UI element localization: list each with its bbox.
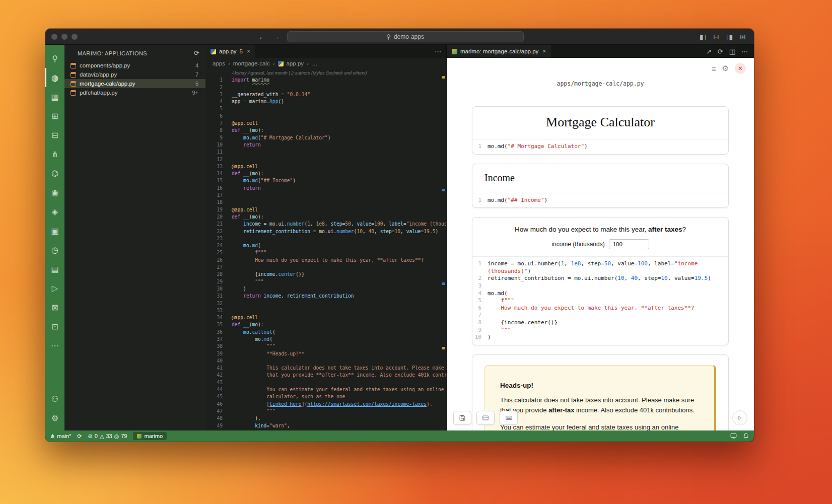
income-number-input[interactable]: 100 [609, 239, 649, 249]
layout-controls: ◧ ⊟ ◨ ⊞ [700, 33, 754, 41]
refresh-icon[interactable]: ⟳ [194, 49, 199, 57]
code-line: 30 ) [205, 285, 446, 293]
breadcrumb-separator: › [273, 60, 275, 66]
search-icon[interactable]: ⚲ [45, 49, 64, 68]
callout-title: Heads-up! [500, 382, 699, 389]
close-icon[interactable]: × [542, 48, 546, 55]
sidebar-item-components-app-py[interactable]: components/app.py4 [64, 61, 205, 70]
vscode-window: ← → ⚲ demo-apps ◧ ⊟ ◨ ⊞ ⚲◍▦⊞⊟⋔⌬◉◈▣◷▤▷⊠⊡⋯… [45, 29, 754, 442]
containers-icon[interactable]: ⊡ [45, 317, 64, 336]
account-icon[interactable]: ⚇ [45, 389, 64, 408]
code-line: 6 [205, 113, 446, 120]
open-panel-button[interactable] [476, 411, 495, 425]
command-center: ← → ⚲ demo-apps [83, 31, 700, 42]
close-icon[interactable]: × [247, 48, 250, 55]
fold-chevron-icon[interactable]: ⌄ [489, 290, 491, 298]
code-line: 19@app.cell [205, 206, 446, 213]
sync-status[interactable]: ⟳ [77, 433, 82, 440]
breadcrumb-apps[interactable]: apps [213, 60, 225, 66]
minimize-window-icon[interactable] [61, 34, 67, 40]
marimo-webview: ≡ ⚙ ✕ apps/mortgage-calc/app.py Mortgage… [447, 58, 754, 430]
split-editor-icon[interactable]: ◫ [729, 48, 735, 55]
tab-problems-badge: 5 [240, 48, 243, 54]
search-editor-icon[interactable]: ⊞ [45, 106, 64, 125]
code-line: 39 **Heads-up!** [205, 350, 446, 357]
overview-ruler-info-mark [442, 282, 445, 285]
code-line: 10) [472, 334, 723, 341]
remote-icon[interactable]: ⊠ [45, 298, 64, 317]
screen-icon [730, 433, 737, 439]
notifications-status[interactable] [743, 433, 749, 440]
screencast-status[interactable] [730, 433, 737, 440]
menu-icon[interactable]: ≡ [712, 64, 716, 73]
marimo-status[interactable]: marimo [133, 432, 167, 440]
zoom-window-icon[interactable] [72, 34, 78, 40]
github-icon[interactable]: ◉ [45, 183, 64, 202]
titlebar: ← → ⚲ demo-apps ◧ ⊟ ◨ ⊞ [45, 29, 754, 45]
more-icon[interactable]: ⋯ [45, 336, 64, 355]
warning-callout: Heads-up! This calculator does not take … [484, 365, 716, 430]
cell-count-badge: 5 [195, 81, 200, 87]
layout-icon[interactable]: ▣ [45, 221, 64, 240]
problems-status[interactable]: ⊘ 0 △ 33 ◎ 79 [88, 433, 127, 440]
sync-icon: ⟳ [77, 433, 82, 440]
cell-code[interactable]: 1income = mo.ui.number(1, 1e8, step=50, … [472, 256, 728, 345]
cell-output: How much do you expect to make this year… [472, 218, 728, 256]
breadcrumb-file[interactable]: app.py [287, 60, 304, 66]
forward-icon[interactable]: → [273, 33, 280, 41]
back-icon[interactable]: ← [259, 33, 266, 41]
gear-icon[interactable]: ⚙ [722, 64, 729, 73]
breadcrumb-folder[interactable]: mortgage-calc [233, 60, 270, 66]
open-external-icon[interactable]: ↗ [706, 48, 712, 55]
refresh-icon[interactable]: ⟳ [718, 48, 723, 55]
explorer-icon[interactable]: ▦ [45, 87, 64, 106]
keyboard-shortcuts-button[interactable] [500, 411, 518, 425]
sidebar-item-dataviz-app-py[interactable]: dataviz/app.py7 [64, 70, 205, 79]
code-line: 38 """ [205, 343, 446, 350]
cell-count-badge: 4 [195, 62, 200, 68]
code-line: 7@app.cell [205, 120, 446, 127]
code-line: 13@app.cell [205, 163, 446, 170]
marimo-app-icon [71, 72, 76, 78]
breadcrumb-more[interactable]: … [312, 60, 318, 66]
cell-code[interactable]: 1mo.md("## Income") [472, 193, 728, 208]
code-line: 44 You can estimate your federal and sta… [205, 386, 446, 393]
code-editor[interactable]: Akshay Agrawal, last month | 2 authors (… [205, 69, 446, 430]
more-actions-icon[interactable]: ⋯ [741, 48, 748, 55]
run-debug-icon[interactable]: ▷ [45, 278, 64, 298]
code-line: 42 that you provide **after-tax** income… [205, 372, 446, 379]
close-window-icon[interactable] [51, 34, 57, 40]
cell-code[interactable]: 1mo.md("# Mortgage Calculator") [472, 139, 728, 154]
customize-layout-icon[interactable]: ⊞ [740, 33, 746, 41]
code-line: 48 ), [205, 415, 446, 422]
symbols-icon[interactable]: ◈ [45, 202, 64, 221]
testing-icon[interactable]: ⌬ [45, 164, 64, 183]
timeline-icon[interactable]: ◷ [45, 240, 64, 259]
tab-marimo-preview[interactable]: marimo: mortgage-calc/app.py × [447, 45, 551, 58]
notebook-cells: Mortgage Calculator 1mo.md("# Mortgage C… [472, 106, 729, 430]
sidebar-item-mortgage-calc-app-py[interactable]: mortgage-calc/app.py5 [64, 79, 205, 88]
save-button[interactable] [453, 411, 471, 425]
run-button[interactable] [732, 410, 747, 425]
marimo-icon[interactable]: ◍ [45, 68, 64, 87]
code-line: 3__generated_with = "0.0.14" [205, 91, 446, 98]
toggle-secondary-sidebar-icon[interactable]: ◨ [726, 33, 733, 41]
code-line: 4⌄mo.md( [472, 290, 723, 298]
settings-icon[interactable]: ⚙ [45, 408, 64, 427]
sidebar-item-pdfchat-app-py[interactable]: pdfchat/app.py9+ [64, 88, 205, 97]
source-control-icon[interactable]: ⋔ [45, 145, 64, 164]
git-branch-status[interactable]: ⋔ main* [50, 433, 71, 440]
extensions-icon[interactable]: ⊟ [45, 125, 64, 145]
code-line: 24 mo.md( [205, 242, 446, 249]
code-line: 6 How much do you expect to make this ye… [472, 305, 723, 312]
more-actions-icon[interactable]: ⋯ [435, 48, 441, 55]
toggle-panel-icon[interactable]: ⊟ [713, 33, 719, 41]
tab-app-py[interactable]: app.py 5 × [205, 45, 255, 58]
notebook-icon[interactable]: ▤ [45, 259, 64, 278]
webview-footer-toolbar [453, 411, 518, 425]
command-center-search[interactable]: ⚲ demo-apps [287, 31, 524, 42]
code-line: 17 [205, 192, 446, 199]
shutdown-icon[interactable]: ✕ [735, 63, 746, 74]
toggle-sidebar-icon[interactable]: ◧ [700, 33, 706, 41]
hint-icon: ◎ [114, 433, 119, 440]
